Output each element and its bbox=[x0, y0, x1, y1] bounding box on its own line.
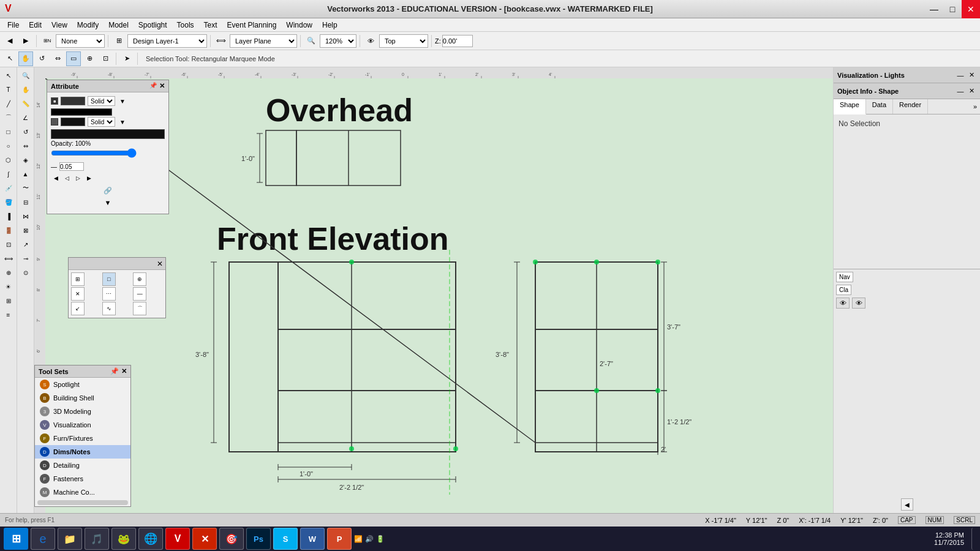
toolset-visualization[interactable]: V Visualization bbox=[35, 418, 130, 432]
view-icon[interactable]: 👁 bbox=[363, 34, 378, 48]
z-input[interactable] bbox=[442, 35, 473, 47]
stroke-dropdown[interactable]: ▼ bbox=[118, 117, 127, 127]
misc-tool-2[interactable]: ≡ bbox=[2, 308, 15, 321]
flip-tool[interactable]: ⇔ bbox=[19, 139, 32, 152]
word-app[interactable]: W bbox=[300, 528, 325, 550]
select-tool[interactable]: ↖ bbox=[2, 69, 15, 82]
ie-app[interactable]: e bbox=[31, 528, 55, 550]
measure-tool[interactable]: 📏 bbox=[19, 97, 32, 110]
deform-tool[interactable]: ⋈ bbox=[19, 209, 32, 223]
select-arrow-button[interactable]: ↖ bbox=[2, 51, 17, 66]
design-layer-select[interactable]: Design Layer-1 bbox=[127, 34, 207, 48]
window-tool[interactable]: ⊡ bbox=[2, 238, 15, 251]
misc3-tool[interactable]: ⊠ bbox=[19, 223, 32, 237]
menu-spotlight[interactable]: Spotlight bbox=[134, 20, 172, 31]
snap-toolbar-header[interactable]: ✕ bbox=[69, 258, 165, 270]
vis-eye2-button[interactable]: 👁 bbox=[852, 298, 865, 309]
snapping-button[interactable]: ⊞N bbox=[40, 34, 55, 48]
viz-close[interactable]: ✕ bbox=[967, 70, 976, 80]
misc4-tool[interactable]: ↗ bbox=[19, 238, 32, 251]
show-desktop-button[interactable] bbox=[971, 528, 976, 550]
symbol-tool[interactable]: ⊕ bbox=[2, 266, 15, 279]
paint-tool[interactable]: 🪣 bbox=[2, 195, 15, 209]
select-all-button[interactable]: ⊡ bbox=[98, 51, 113, 66]
obj-info-expand[interactable]: » bbox=[970, 99, 980, 114]
lineweight-input[interactable] bbox=[59, 162, 84, 171]
vectorworks-taskbar-app[interactable]: V bbox=[165, 528, 190, 550]
push-pull-tool[interactable]: ⊟ bbox=[19, 195, 32, 209]
attr-close-icon[interactable]: ✕ bbox=[159, 82, 165, 90]
snap-x[interactable]: ✕ bbox=[71, 287, 85, 301]
menu-tools[interactable]: Tools bbox=[172, 20, 199, 31]
menu-modify[interactable]: Modify bbox=[72, 20, 104, 31]
minimize-button[interactable]: — bbox=[925, 0, 943, 18]
toolset-furn-fixtures[interactable]: F Furn/Fixtures bbox=[35, 432, 130, 445]
back-button[interactable]: ◀ bbox=[2, 34, 17, 48]
explorer-app[interactable]: 📁 bbox=[58, 528, 82, 550]
design-layer-icon[interactable]: ⊞ bbox=[111, 34, 126, 48]
taskbar-clock[interactable]: 12:38 PM 11/7/2015 bbox=[934, 531, 969, 546]
link-button[interactable]: 🔗 bbox=[99, 186, 117, 195]
menu-model[interactable]: Model bbox=[104, 20, 134, 31]
obj-info-minimize[interactable]: — bbox=[956, 86, 965, 96]
wall-tool[interactable]: ▐ bbox=[2, 209, 15, 223]
classes-button[interactable]: Cla bbox=[836, 285, 851, 295]
drawing-canvas[interactable]: -9' -8' -7' -6' -5' -4' -3' -2' -1' 0 1'… bbox=[34, 67, 833, 513]
snap-grid[interactable]: ⊞ bbox=[71, 272, 85, 286]
toolset-spotlight[interactable]: S Spotlight bbox=[35, 378, 130, 391]
fill-dropdown[interactable]: ▼ bbox=[118, 96, 127, 106]
nav-fwd[interactable]: ▶ bbox=[84, 173, 94, 183]
view-select[interactable]: Top bbox=[379, 34, 428, 48]
extrude-tool[interactable]: ▲ bbox=[19, 167, 32, 181]
nav-next[interactable]: ▷ bbox=[73, 173, 83, 183]
3d-tool[interactable]: ◈ bbox=[19, 153, 32, 167]
toolsets-header[interactable]: Tool Sets 📌 ✕ bbox=[35, 365, 130, 378]
right-scroll-button[interactable]: ◀ bbox=[901, 498, 913, 511]
zoom-select[interactable]: 120% bbox=[320, 34, 356, 48]
snap-angle[interactable]: ↙ bbox=[71, 302, 85, 315]
snap-button[interactable]: ⊕ bbox=[82, 51, 97, 66]
fill-swatch[interactable] bbox=[61, 97, 85, 105]
skype-app[interactable]: S bbox=[273, 528, 298, 550]
toolsets-close[interactable]: ✕ bbox=[121, 367, 127, 375]
hand-tool[interactable]: ✋ bbox=[19, 83, 32, 96]
rect-tool[interactable]: □ bbox=[2, 125, 15, 138]
zoom-icon[interactable]: 🔍 bbox=[304, 34, 318, 48]
angle-tool[interactable]: ∠ bbox=[19, 111, 32, 124]
stroke-swatch-1[interactable] bbox=[51, 108, 112, 116]
photoshop-app[interactable]: Ps bbox=[246, 528, 271, 550]
snap-center[interactable]: ⊕ bbox=[133, 272, 146, 286]
curve-tool[interactable]: ∫ bbox=[2, 167, 15, 181]
menu-event-planning[interactable]: Event Planning bbox=[222, 20, 282, 31]
menu-view[interactable]: View bbox=[47, 20, 72, 31]
snap-rect[interactable]: □ bbox=[102, 272, 116, 286]
rotate-tool[interactable]: ↺ bbox=[19, 125, 32, 138]
menu-help[interactable]: Help bbox=[317, 20, 342, 31]
powerpoint-app[interactable]: P bbox=[327, 528, 352, 550]
dimension-tool[interactable]: ⟺ bbox=[2, 252, 15, 265]
circle-tool[interactable]: ○ bbox=[2, 139, 15, 152]
snap-line[interactable]: — bbox=[133, 287, 146, 301]
toolset-dims-notes[interactable]: D Dims/Notes bbox=[35, 445, 130, 459]
tab-shape[interactable]: Shape bbox=[834, 99, 866, 114]
stroke-select[interactable]: Solid bbox=[88, 117, 115, 127]
obj-info-close[interactable]: ✕ bbox=[967, 86, 976, 96]
toolset-machine[interactable]: M Machine Co... bbox=[35, 485, 130, 499]
misc-tool-1[interactable]: ⊞ bbox=[2, 294, 15, 307]
nav-prev[interactable]: ◁ bbox=[62, 173, 72, 183]
maximize-button[interactable]: □ bbox=[943, 0, 962, 18]
door-tool[interactable]: 🚪 bbox=[2, 223, 15, 237]
opacity-slider[interactable] bbox=[51, 148, 137, 158]
nurbs-tool[interactable]: 〜 bbox=[19, 181, 32, 195]
close-icon[interactable]: ✕ bbox=[157, 260, 163, 268]
attr-pin-icon[interactable]: 📌 bbox=[149, 82, 157, 90]
target-app[interactable]: 🎯 bbox=[219, 528, 244, 550]
tab-render[interactable]: Render bbox=[893, 99, 928, 114]
menu-text[interactable]: Text bbox=[199, 20, 222, 31]
menu-window[interactable]: Window bbox=[281, 20, 317, 31]
toolset-fasteners[interactable]: F Fasteners bbox=[35, 472, 130, 485]
stroke-color-swatch[interactable] bbox=[61, 118, 85, 126]
snap-dot[interactable]: ⋯ bbox=[102, 287, 116, 301]
nav-back[interactable]: ◀ bbox=[51, 173, 61, 183]
zoom-tool[interactable]: 🔍 bbox=[19, 69, 32, 82]
